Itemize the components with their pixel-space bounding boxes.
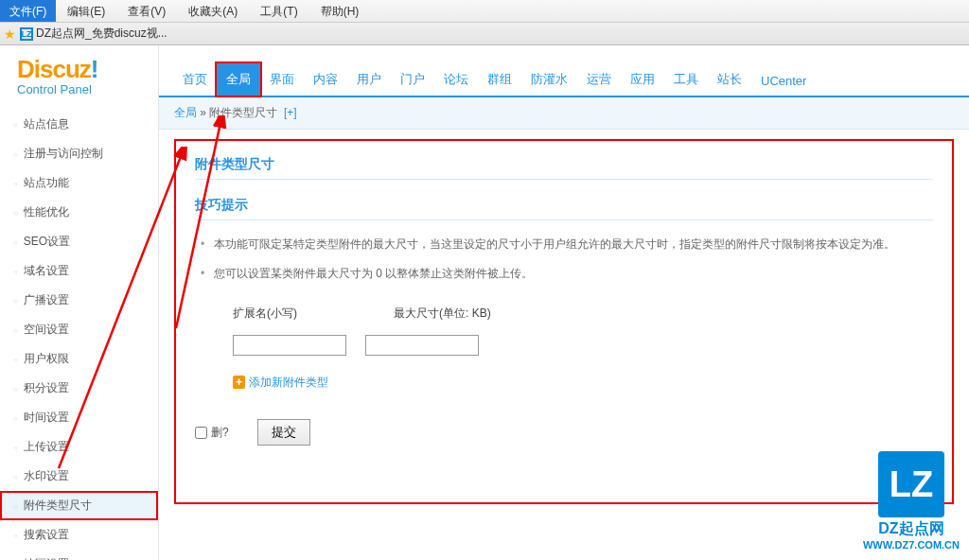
add-new-type-link[interactable]: +添加新附件类型 — [233, 375, 933, 391]
delete-checkbox-label[interactable]: 删? — [195, 425, 229, 441]
plus-icon: + — [233, 376, 245, 389]
sidebar-item[interactable]: 注册与访问控制 — [0, 139, 158, 168]
browser-tab-title[interactable]: DZ起点网_免费discuz视... — [36, 26, 167, 42]
col-extension-label: 扩展名(小写) — [233, 306, 337, 322]
nav-item[interactable]: 界面 — [260, 63, 304, 96]
sidebar-item[interactable]: 广播设置 — [0, 286, 158, 315]
sidebar-item[interactable]: 积分设置 — [0, 374, 158, 403]
sidebar-item[interactable]: 地区设置 — [0, 550, 158, 560]
sidebar-item[interactable]: 上传设置 — [0, 432, 158, 462]
watermark-url: WWW.DZ7.COM.CN — [863, 539, 960, 551]
browser-menu-bar: 文件(F) 编辑(E) 查看(V) 收藏夹(A) 工具(T) 帮助(H) — [0, 0, 969, 23]
form-area: 扩展名(小写) 最大尺寸(单位: KB) +添加新附件类型 删? 提交 — [195, 306, 933, 446]
nav-item[interactable]: 群组 — [478, 63, 521, 96]
menu-help[interactable]: 帮助(H) — [309, 0, 371, 22]
submit-button[interactable]: 提交 — [257, 419, 310, 446]
breadcrumb-plus[interactable]: [+] — [284, 106, 297, 119]
site-favicon-icon: LZ — [20, 27, 33, 41]
sidebar-list: 站点信息注册与访问控制站点功能性能优化SEO设置域名设置广播设置空间设置用户权限… — [0, 110, 158, 560]
sidebar-item[interactable]: 空间设置 — [0, 315, 158, 344]
sidebar-item[interactable]: 站点功能 — [0, 168, 158, 198]
page-title: 附件类型尺寸 — [195, 150, 933, 180]
nav-item[interactable]: 门户 — [391, 63, 434, 96]
watermark-title: DZ起点网 — [863, 519, 960, 539]
nav-item[interactable]: 论坛 — [434, 63, 478, 96]
menu-edit[interactable]: 编辑(E) — [56, 0, 116, 22]
tips-title: 技巧提示 — [195, 191, 933, 220]
sidebar-item[interactable]: 域名设置 — [0, 256, 158, 286]
menu-view[interactable]: 查看(V) — [116, 0, 177, 22]
sidebar: Discuz! Control Panel 站点信息注册与访问控制站点功能性能优… — [0, 45, 159, 560]
top-nav: 首页全局界面内容用户门户论坛群组防灌水运营应用工具站长UCenter — [159, 45, 969, 97]
browser-tab-bar: ★ LZ DZ起点网_免费discuz视... — [0, 23, 969, 45]
nav-item[interactable]: 全局 — [217, 63, 260, 96]
menu-file[interactable]: 文件(F) — [0, 0, 56, 22]
logo-text: Discuz! — [17, 55, 97, 83]
breadcrumb-current: 附件类型尺寸 — [209, 106, 277, 119]
form-headers: 扩展名(小写) 最大尺寸(单位: KB) — [233, 306, 933, 322]
breadcrumb: 全局 » 附件类型尺寸 [+] — [159, 97, 969, 130]
nav-item[interactable]: 工具 — [664, 63, 708, 96]
sidebar-item[interactable]: 站点信息 — [0, 110, 158, 139]
breadcrumb-root[interactable]: 全局 — [174, 106, 197, 119]
nav-item[interactable]: UCenter — [751, 66, 816, 96]
sidebar-item[interactable]: 性能优化 — [0, 198, 158, 227]
nav-item[interactable]: 防灌水 — [521, 63, 577, 96]
delete-checkbox[interactable] — [195, 427, 207, 439]
tips-list: 本功能可限定某特定类型附件的最大尺寸，当这里设定的尺寸小于用户组允许的最大尺寸时… — [195, 230, 933, 289]
col-size-label: 最大尺寸(单位: KB) — [394, 306, 491, 322]
extension-input[interactable] — [233, 335, 346, 356]
sidebar-item[interactable]: 搜索设置 — [0, 520, 158, 550]
sidebar-item[interactable]: SEO设置 — [0, 227, 158, 256]
watermark: LZ DZ起点网 WWW.DZ7.COM.CN — [863, 451, 960, 551]
sidebar-item[interactable]: 附件类型尺寸 — [0, 491, 158, 520]
nav-item[interactable]: 用户 — [347, 63, 391, 96]
nav-item[interactable]: 首页 — [173, 63, 217, 96]
tip-item: 您可以设置某类附件最大尺寸为 0 以整体禁止这类附件被上传。 — [195, 259, 933, 289]
nav-item[interactable]: 运营 — [577, 63, 621, 96]
sidebar-item[interactable]: 水印设置 — [0, 462, 158, 491]
favorite-star-icon[interactable]: ★ — [4, 26, 16, 42]
sidebar-item[interactable]: 用户权限 — [0, 344, 158, 374]
nav-item[interactable]: 内容 — [304, 63, 347, 96]
tip-item: 本功能可限定某特定类型附件的最大尺寸，当这里设定的尺寸小于用户组允许的最大尺寸时… — [195, 230, 933, 259]
menu-tools[interactable]: 工具(T) — [249, 0, 308, 22]
logo: Discuz! Control Panel — [0, 45, 158, 100]
watermark-logo-icon: LZ — [878, 451, 944, 517]
menu-favorites[interactable]: 收藏夹(A) — [177, 0, 249, 22]
content-panel: 附件类型尺寸 技巧提示 本功能可限定某特定类型附件的最大尺寸，当这里设定的尺寸小… — [174, 139, 954, 504]
nav-item[interactable]: 应用 — [621, 63, 664, 96]
sidebar-item[interactable]: 时间设置 — [0, 403, 158, 432]
nav-item[interactable]: 站长 — [708, 63, 751, 96]
max-size-input[interactable] — [365, 335, 479, 356]
logo-subtitle: Control Panel — [17, 82, 141, 96]
main-area: 首页全局界面内容用户门户论坛群组防灌水运营应用工具站长UCenter 全局 » … — [159, 45, 969, 560]
